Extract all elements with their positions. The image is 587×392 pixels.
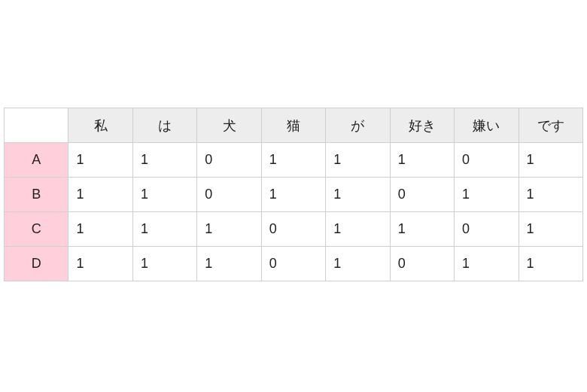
col-header: 私 [68,108,132,143]
col-header: が [326,108,390,143]
data-cell: 0 [261,212,325,247]
table-row: B 1 1 0 1 1 0 1 1 [5,178,583,212]
data-cell: 1 [326,143,390,178]
data-cell: 1 [197,212,261,247]
data-cell: 1 [455,247,519,281]
col-header: 犬 [197,108,261,143]
data-cell: 1 [132,143,196,178]
row-header: B [5,178,68,212]
data-cell: 1 [197,247,261,281]
data-cell: 1 [68,143,132,178]
data-cell: 1 [68,178,132,212]
data-cell: 1 [261,143,325,178]
data-cell: 0 [261,247,325,281]
data-cell: 1 [390,212,454,247]
data-cell: 1 [519,212,583,247]
col-header: です [519,108,583,143]
data-cell: 1 [390,143,454,178]
data-cell: 1 [326,178,390,212]
data-cell: 1 [455,178,519,212]
data-cell: 0 [390,178,454,212]
col-header: 猫 [261,108,325,143]
data-cell: 1 [68,212,132,247]
corner-cell [5,108,68,143]
col-header: 嫌い [455,108,519,143]
data-table: 私 は 犬 猫 が 好き 嫌い です A 1 1 0 1 1 1 0 1 [4,108,583,281]
data-cell: 1 [132,247,196,281]
data-cell: 0 [455,212,519,247]
data-cell: 0 [197,178,261,212]
col-header: は [132,108,196,143]
data-cell: 0 [197,143,261,178]
data-cell: 0 [390,247,454,281]
col-header: 好き [390,108,454,143]
row-header: D [5,247,68,281]
table-row: A 1 1 0 1 1 1 0 1 [5,143,583,178]
data-cell: 1 [326,212,390,247]
data-cell: 1 [132,212,196,247]
data-cell: 1 [326,247,390,281]
row-header: A [5,143,68,178]
table-row: C 1 1 1 0 1 1 0 1 [5,212,583,247]
data-cell: 0 [455,143,519,178]
data-cell: 1 [519,178,583,212]
data-cell: 1 [132,178,196,212]
data-cell: 1 [68,247,132,281]
data-cell: 1 [261,178,325,212]
table-row: D 1 1 1 0 1 0 1 1 [5,247,583,281]
data-cell: 1 [519,247,583,281]
header-row: 私 は 犬 猫 が 好き 嫌い です [5,108,583,143]
row-header: C [5,212,68,247]
data-cell: 1 [519,143,583,178]
